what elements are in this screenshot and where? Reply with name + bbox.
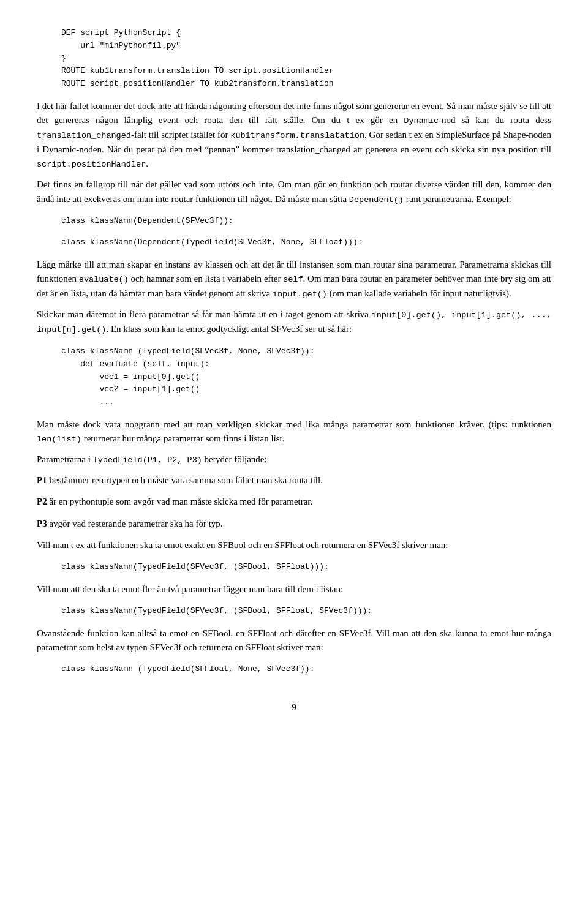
para-3d-text: (om man kallade variabeln för input natu… xyxy=(327,288,511,298)
paragraph-8: Vill man att den ska ta emot fler än två… xyxy=(37,582,551,596)
p3-label: P3 xyxy=(37,519,47,528)
paragraph-7: Vill man t ex att funktionen ska ta emot… xyxy=(37,538,551,552)
p1-label: P1 xyxy=(37,475,47,485)
param-p2-section: P2 är en pythontuple som avgör vad man m… xyxy=(37,495,551,509)
para-5b-text: returnerar hur många parametrar som finn… xyxy=(81,434,285,443)
para-1b-text: -nod så kan du routa dess xyxy=(439,115,551,125)
inline-dynamic: Dynamic xyxy=(404,116,439,126)
p2-label: P2 xyxy=(37,497,47,506)
page-content: DEF script PythonScript { url "minPython… xyxy=(37,27,551,715)
para-4-start-text: Skickar man däremot in flera parametrar … xyxy=(37,309,372,319)
inline-self: self xyxy=(283,275,303,284)
p3-text: avgör vad resterande parametrar ska ha f… xyxy=(47,519,223,528)
inline-typed-field: TypedField(P1, P2, P3) xyxy=(93,456,202,465)
inline-dependent: Dependent() xyxy=(349,195,404,205)
p1-paragraph: P1 bestämmer returtypen och måste vara s… xyxy=(37,473,551,487)
p1-text: bestämmer returtypen och måste vara samm… xyxy=(47,475,323,485)
inline-len-list: len(list) xyxy=(37,435,81,444)
code-block-6: class klassNamn(TypedField(SFVec3f, (SFB… xyxy=(61,605,551,618)
para-5-text: Man måste dock vara noggrann med att man… xyxy=(37,419,551,429)
page-number: 9 xyxy=(37,701,551,715)
inline-input-get: input.get() xyxy=(273,290,327,299)
param-p3-section: P3 avgör vad resterande parametrar ska h… xyxy=(37,517,551,531)
code-block-3: class klassNamn(Dependent(TypedField(SFV… xyxy=(61,236,551,249)
para-6b-text: betyder följande: xyxy=(202,454,267,464)
code-block-4: class klassNamn (TypedField(SFVec3f, Non… xyxy=(61,345,551,409)
inline-translation-changed: translation_changed xyxy=(37,131,131,140)
paragraph-6: Parametrarna i TypedField(P1, P2, P3) be… xyxy=(37,453,551,467)
para-1c-text: -fält till scriptet istället för xyxy=(131,130,230,140)
p3-paragraph: P3 avgör vad resterande parametrar ska h… xyxy=(37,517,551,531)
code-block-5: class klassNamn(TypedField(SFVec3f, (SFB… xyxy=(61,561,551,574)
para-1e-text: . xyxy=(146,159,148,168)
paragraph-3: Lägg märke till att man skapar en instan… xyxy=(37,258,551,301)
paragraph-5: Man måste dock vara noggrann med att man… xyxy=(37,418,551,446)
para-6-start-text: Parametrarna i xyxy=(37,454,93,464)
code-block-2: class klassNamn(Dependent(SFVec3f)): xyxy=(61,215,551,228)
paragraph-4: Skickar man däremot in flera parametrar … xyxy=(37,307,551,337)
param-p1-section: P1 bestämmer returtypen och måste vara s… xyxy=(37,473,551,487)
para-2b-text: runt parametrarna. Exempel: xyxy=(404,194,511,204)
inline-evaluate: evaluate() xyxy=(79,275,129,284)
code-block-7: class klassNamn (TypedField(SFFloat, Non… xyxy=(61,663,551,676)
p2-text: är en pythontuple som avgör vad man måst… xyxy=(47,497,313,506)
p2-paragraph: P2 är en pythontuple som avgör vad man m… xyxy=(37,495,551,509)
inline-kub1transform: kub1transform.translatation xyxy=(230,131,364,140)
paragraph-1: I det här fallet kommer det dock inte at… xyxy=(37,99,551,171)
para-4b-text: . En klass som kan ta emot godtyckligt a… xyxy=(106,324,352,334)
para-3b-text: och hamnar som en lista i variabeln efte… xyxy=(129,274,283,284)
code-block-1: DEF script PythonScript { url "minPython… xyxy=(61,27,551,91)
paragraph-2: Det finns en fallgrop till när det gälle… xyxy=(37,178,551,206)
inline-position-handler: script.positionHandler xyxy=(37,160,146,169)
paragraph-9: Ovanstående funktion kan alltså ta emot … xyxy=(37,626,551,655)
